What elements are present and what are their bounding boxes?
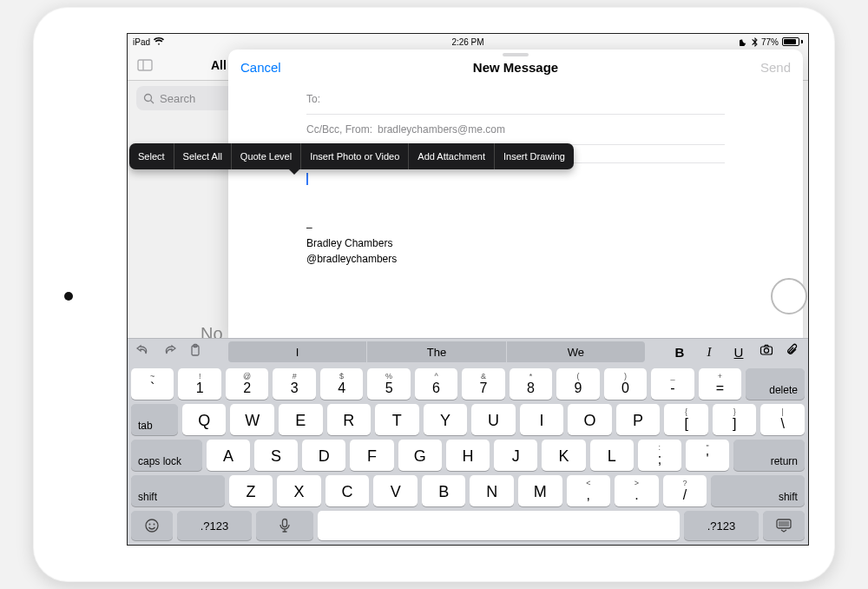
svg-rect-0 [138,60,152,70]
key-\[interactable]: |\ [760,404,805,435]
message-body[interactable]: – Bradley Chambers @bradleychambers [228,163,803,267]
key-R[interactable]: R [327,404,372,435]
key-U[interactable]: U [471,404,516,435]
keyboard-row-2: tabQWERTYUIOP{[}]|\ [131,404,805,435]
underline-button[interactable]: U [730,345,747,360]
key-=[interactable]: += [699,368,741,400]
ipad-home-button[interactable] [771,278,807,314]
key-,[interactable]: <, [567,475,611,506]
key-[[interactable]: {[ [664,404,708,435]
key-.[interactable]: >. [615,475,659,506]
key-O[interactable]: O [568,404,612,435]
key-N[interactable]: N [470,475,514,506]
signature-name: Bradley Chambers [306,235,725,251]
key-J[interactable]: J [494,440,537,471]
undo-icon[interactable] [136,343,150,361]
key-Z[interactable]: Z [229,475,273,506]
key-8[interactable]: *8 [510,368,552,400]
key-B[interactable]: B [422,475,466,506]
key-;[interactable]: :; [638,440,681,471]
camera-icon[interactable] [760,343,773,361]
bold-button[interactable]: B [671,345,688,360]
key-Y[interactable]: Y [424,404,468,435]
signature-dash: – [306,220,725,235]
svg-point-11 [154,524,155,526]
modal-title: New Message [228,60,803,75]
key-3[interactable]: #3 [273,368,315,400]
redo-icon[interactable] [162,343,176,361]
key-I[interactable]: I [520,404,564,435]
svg-line-4 [151,100,155,103]
keyboard-row-4: shiftZXCVBNM<,>.?/shift [131,475,805,506]
key-K[interactable]: K [542,440,585,471]
suggestion-3[interactable]: We [507,341,645,362]
sidebar-toggle-icon[interactable] [136,56,154,74]
attachment-icon[interactable] [786,343,799,361]
key-V[interactable]: V [373,475,418,506]
key-2[interactable]: @2 [226,368,268,400]
menu-add-attachment[interactable]: Add Attachment [409,143,495,169]
key-`[interactable]: ~` [131,368,174,400]
numeric-key-left[interactable]: .?123 [177,511,252,540]
menu-quote-level[interactable]: Quote Level [232,143,301,169]
from-email: bradleychambers@me.com [378,123,505,136]
key-C[interactable]: C [326,475,370,506]
keyboard-row-5: .?123.?123 [131,511,805,540]
key-shift[interactable]: shift [711,475,805,506]
key-L[interactable]: L [590,440,634,471]
svg-point-3 [145,94,152,101]
keyboard-row-1: ~`!1@2#3$4%5^6&7*8(9)0_-+=delete [131,368,805,400]
key-H[interactable]: H [446,440,490,471]
menu-select[interactable]: Select [129,143,174,169]
keyboard-shortcut-bar: I The We B I U [128,339,808,365]
menu-insert-drawing[interactable]: Insert Drawing [495,143,574,169]
key-caps-lock[interactable]: caps lock [131,440,202,471]
key-S[interactable]: S [254,440,298,471]
key-D[interactable]: D [302,440,345,471]
dismiss-keyboard-key[interactable] [763,511,805,540]
key-M[interactable]: M [518,475,562,506]
suggestion-1[interactable]: I [228,341,366,362]
key-0[interactable]: )0 [604,368,647,400]
key-W[interactable]: W [230,404,274,435]
key-7[interactable]: &7 [462,368,504,400]
key-shift[interactable]: shift [131,475,225,506]
key-F[interactable]: F [350,440,393,471]
key-Q[interactable]: Q [182,404,227,435]
svg-rect-12 [283,520,287,527]
key-G[interactable]: G [398,440,442,471]
clipboard-icon[interactable] [188,343,202,361]
numeric-key-right[interactable]: .?123 [684,511,759,540]
suggestion-2[interactable]: The [367,341,505,362]
key-T[interactable]: T [375,404,419,435]
ccbcc-from-field[interactable]: Cc/Bcc, From: bradleychambers@me.com [306,115,725,145]
key-4[interactable]: $4 [320,368,363,400]
key-6[interactable]: ^6 [415,368,457,400]
key-P[interactable]: P [616,404,661,435]
text-cursor [306,173,308,185]
status-bar: iPad 2:26 PM 77% [128,34,808,50]
key-5[interactable]: %5 [367,368,410,400]
key-tab[interactable]: tab [131,404,178,435]
signature-handle: @bradleychambers [306,251,725,267]
key-X[interactable]: X [277,475,321,506]
dictation-key[interactable] [256,511,313,540]
key-9[interactable]: (9 [556,368,599,400]
key-return[interactable]: return [733,440,805,471]
key-1[interactable]: !1 [178,368,220,400]
italic-button[interactable]: I [700,345,718,360]
key-/[interactable]: ?/ [663,475,707,506]
to-field[interactable]: To: [306,84,725,115]
key-][interactable]: }] [713,404,757,435]
key-A[interactable]: A [207,440,250,471]
menu-select-all[interactable]: Select All [174,143,232,169]
spacebar[interactable] [318,511,680,540]
key-'[interactable]: "' [686,440,729,471]
menu-insert-photo-video[interactable]: Insert Photo or Video [301,143,409,169]
key-E[interactable]: E [279,404,323,435]
emoji-key[interactable] [131,511,173,540]
search-placeholder: Search [160,92,195,105]
status-time: 2:26 PM [128,37,808,47]
key--[interactable]: _- [651,368,694,400]
key-delete[interactable]: delete [746,368,805,400]
